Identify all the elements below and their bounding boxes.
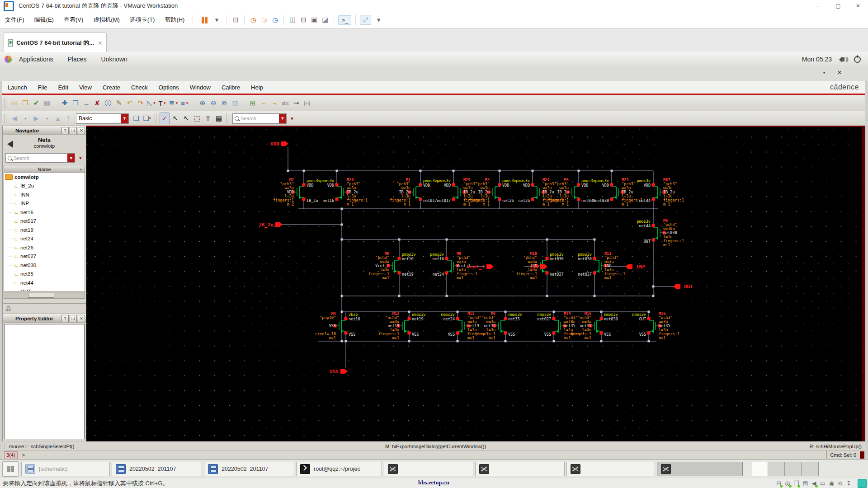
net-item-net35[interactable]: ⋯∟net35 xyxy=(4,270,85,279)
window-list-button[interactable] xyxy=(2,461,19,477)
vmware-menu-5[interactable]: 帮助(H) xyxy=(160,16,189,24)
net-item-net44[interactable]: ⋯∟net44 xyxy=(4,278,85,287)
cadence-menu-7[interactable]: Window xyxy=(184,84,216,91)
move-icon[interactable]: ✚ xyxy=(60,97,70,109)
stretch-icon[interactable]: ↔ xyxy=(81,97,91,109)
taskbar-window-5[interactable] xyxy=(475,462,565,476)
tab-close-icon[interactable]: ✕ xyxy=(98,40,103,47)
taskbar-window-3[interactable]: root@qqz:~/projec xyxy=(296,462,382,476)
show-sidebar-button[interactable]: ◫ xyxy=(288,14,297,26)
download-icon[interactable]: ↧ xyxy=(846,480,851,487)
close-icon[interactable]: ✕ xyxy=(78,127,85,134)
net-item-net26[interactable]: ⋯∟net26 xyxy=(4,243,85,252)
harddisk-icon[interactable]: ⊟ xyxy=(776,480,781,487)
save-icon[interactable]: ▦ xyxy=(42,97,52,109)
cadence-menu-8[interactable]: Calibre xyxy=(216,84,245,91)
power-icon[interactable] xyxy=(854,56,861,63)
select-text-icon[interactable]: T xyxy=(203,113,213,124)
hierarchy-toggle[interactable]: 品 xyxy=(2,304,86,314)
redo-icon[interactable]: ↷ xyxy=(136,97,146,109)
net-item-net16[interactable]: ⋯∟net16 xyxy=(4,208,85,217)
navigator-hscrollbar[interactable] xyxy=(4,292,85,299)
forward-icon[interactable]: ▶ xyxy=(31,113,41,124)
add-instance-icon[interactable]: ⊞ xyxy=(248,97,258,109)
guest-close-button[interactable]: ✕ xyxy=(835,69,844,76)
fit-guest-button[interactable]: ⤢ xyxy=(360,15,371,25)
workspace-switcher[interactable] xyxy=(751,462,819,476)
taskbar-window-7[interactable] xyxy=(657,462,743,476)
sound-icon[interactable]: ◀ xyxy=(812,480,816,487)
display-levels-icon[interactable]: ❏ xyxy=(131,113,141,124)
close-button[interactable]: ✕ xyxy=(848,0,868,12)
floppy-icon[interactable]: ▭ xyxy=(820,480,826,487)
back-dropdown[interactable]: ▾ xyxy=(20,113,30,124)
message-log-icon[interactable] xyxy=(858,479,867,488)
navigator-search-dropdown[interactable]: ▼ xyxy=(67,154,75,162)
clock[interactable]: Mon 05:23 xyxy=(802,56,832,63)
cadence-menu-3[interactable]: View xyxy=(74,84,97,91)
net-item-net19[interactable]: ⋯∟net19 xyxy=(4,225,85,235)
vmware-menu-3[interactable]: 虚拟机(M) xyxy=(88,16,125,24)
navigator-back-button[interactable] xyxy=(7,141,13,148)
cadence-menu-1[interactable]: File xyxy=(33,84,53,91)
add-wide-wire-icon[interactable]: ¬ xyxy=(269,97,279,109)
net-item-IB_2u[interactable]: ⋯∟IB_2u xyxy=(4,182,85,191)
printer-icon[interactable]: ▤ xyxy=(802,480,808,487)
vmware-menu-1[interactable]: 编辑(E) xyxy=(29,16,59,24)
select-connectivity-icon[interactable]: ↖ xyxy=(170,113,180,124)
take-snapshot-button[interactable]: ◷ xyxy=(248,14,258,26)
net-item-INP[interactable]: ⋯∟INP xyxy=(4,199,85,208)
up-hierarchy-icon[interactable]: ▲ xyxy=(53,113,63,124)
float-icon[interactable]: ❐ xyxy=(70,127,77,134)
delete-icon[interactable]: ✘ xyxy=(92,97,102,109)
vmware-menu-0[interactable]: 文件(F) xyxy=(0,16,29,24)
guest-maximize-button[interactable]: ▪ xyxy=(819,69,829,76)
revert-snapshot-button[interactable]: ◶ xyxy=(259,14,269,26)
applications-menu[interactable]: Applications xyxy=(12,56,61,63)
net-item-net030[interactable]: ⋯∟net030 xyxy=(4,261,85,270)
back-icon[interactable]: ◀ xyxy=(9,113,19,124)
places-menu[interactable]: Places xyxy=(61,56,94,63)
cadence-menu-4[interactable]: Create xyxy=(97,84,126,91)
select-point-icon[interactable]: ↖ xyxy=(181,113,191,124)
volume-icon[interactable]: ))) xyxy=(842,56,848,62)
navigator-search-input[interactable]: Search ▼ xyxy=(5,153,75,163)
fit-dropdown[interactable]: ▾ xyxy=(373,14,385,26)
zoom-in-icon[interactable]: ⊕ xyxy=(198,97,208,109)
workspace-combo[interactable]: Basic ▼ xyxy=(76,113,129,124)
top-hierarchy-icon[interactable]: ⤒ xyxy=(64,113,74,124)
taskbar-window-0[interactable]: [schematic] xyxy=(21,462,110,476)
zoom-prev-icon[interactable]: ⊚ xyxy=(219,97,229,109)
taskbar-window-6[interactable] xyxy=(566,462,655,476)
minimize-button[interactable]: – xyxy=(808,0,828,12)
console-view-button[interactable]: >_ xyxy=(338,15,351,25)
taskbar-window-4[interactable] xyxy=(384,462,473,476)
cadence-menu-6[interactable]: Options xyxy=(153,84,184,91)
workspace-2[interactable] xyxy=(768,462,785,476)
cadence-menu-0[interactable]: Launch xyxy=(2,84,33,91)
copy-icon[interactable]: ❐ xyxy=(71,97,80,109)
vmware-menu-2[interactable]: 查看(V) xyxy=(59,16,88,24)
text-style-icon[interactable]: T▼ xyxy=(157,97,167,109)
add-pin-icon[interactable]: ⊸ xyxy=(291,97,301,109)
vm-tab[interactable]: CentOS 7 64-bit tutorial 的... ✕ xyxy=(4,33,107,53)
search-options-dropdown[interactable]: ▼ xyxy=(290,116,294,121)
undo-icon[interactable]: ↶ xyxy=(125,97,135,109)
help-icon[interactable]: ? xyxy=(61,315,69,322)
suspend-button[interactable] xyxy=(199,14,209,26)
add-wire-icon[interactable]: ⌐ xyxy=(259,97,269,109)
schematic-canvas[interactable]: pmos3vM2"pch3"w=3uVDDl=3ufingers:1m=2VDD… xyxy=(86,126,862,441)
snap-mode-icon[interactable]: ◺▼ xyxy=(146,97,156,109)
properties-icon[interactable]: ⓘ xyxy=(103,97,113,109)
close-icon[interactable]: ✕ xyxy=(78,315,85,322)
display-stop-icon[interactable]: ❏• xyxy=(142,113,152,124)
navigator-search-options[interactable]: ▼ xyxy=(78,155,83,160)
zoom-fit-icon[interactable]: ⊡ xyxy=(230,97,240,109)
workspace-3[interactable] xyxy=(785,462,802,476)
send-ctrl-alt-del-button[interactable]: ⊟ xyxy=(231,14,241,26)
property-editor-header[interactable]: Property Editor ? ❐ ✕ xyxy=(3,314,86,323)
select-list-icon[interactable]: ▤ xyxy=(214,113,224,124)
net-item-net017[interactable]: ⋯∟net017 xyxy=(4,217,85,226)
unknown-menu[interactable]: Unknown xyxy=(94,56,135,63)
guest-minimize-button[interactable]: — xyxy=(804,69,814,76)
